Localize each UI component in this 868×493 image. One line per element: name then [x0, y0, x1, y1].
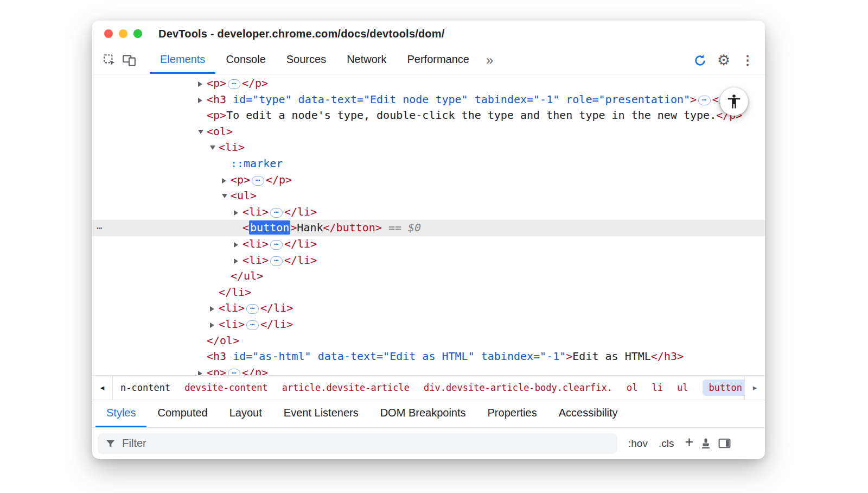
close-window-button[interactable] — [104, 29, 113, 38]
page-background: DevTools - developer.chrome.com/docs/dev… — [0, 0, 868, 493]
main-toolbar: ElementsConsoleSourcesNetworkPerformance… — [92, 47, 765, 74]
inline-expand-button[interactable]: ⋯ — [246, 320, 259, 330]
tab-console[interactable]: Console — [215, 47, 276, 74]
settings-gear-icon[interactable]: ⚙ — [714, 53, 733, 68]
dom-node-line[interactable]: <li>⋯</li> — [92, 204, 765, 220]
tab-accessibility[interactable]: Accessibility — [548, 400, 629, 427]
code-tag: <ul> — [231, 189, 257, 202]
sync-icon[interactable] — [690, 53, 710, 68]
breadcrumb-item-devsite-content[interactable]: devsite-content — [184, 382, 268, 393]
dom-node-line[interactable]: <li>⋯</li> — [92, 252, 765, 269]
dom-node-line[interactable]: <li>⋯</li> — [92, 317, 765, 333]
breadcrumb-scroll-right-icon[interactable]: ▸ — [744, 376, 765, 400]
code-attr: id="as-html" — [226, 350, 311, 363]
breadcrumb-item-ol[interactable]: ol — [627, 382, 637, 393]
styles-filter-row: :hov.cls+ — [92, 428, 765, 459]
dom-node-line[interactable]: <ol> — [92, 124, 765, 140]
dom-node-line[interactable]: </li> — [92, 285, 765, 301]
disclosure-arrow-icon[interactable] — [234, 204, 242, 220]
filter-funnel-icon — [105, 438, 116, 449]
code-tag: <li> — [242, 237, 269, 250]
toggle-sidebar-icon[interactable] — [715, 437, 733, 450]
breadcrumb-item-n-content[interactable]: n-content — [120, 382, 170, 393]
disclosure-arrow-icon[interactable] — [234, 252, 242, 269]
inline-expand-button[interactable]: ⋯ — [698, 96, 711, 105]
tab-elements[interactable]: Elements — [150, 47, 215, 74]
dom-node-line[interactable]: ⋯<button>Hank</button> == $0 — [92, 220, 765, 236]
dom-node-line[interactable]: <ul> — [92, 188, 765, 204]
dom-node-line[interactable]: <h3 id="type" data-text="Edit node type"… — [92, 92, 765, 108]
inspect-element-icon[interactable] — [100, 47, 119, 74]
dom-node-line[interactable]: ::marker — [92, 156, 765, 172]
traffic-lights — [92, 29, 142, 38]
paint-brush-icon[interactable] — [697, 437, 715, 450]
disclosure-arrow-icon[interactable] — [198, 92, 207, 108]
tab-performance[interactable]: Performance — [397, 47, 480, 74]
dom-node-line[interactable]: <li> — [92, 140, 765, 156]
breadcrumb-item-article-devsite-article[interactable]: article.devsite-article — [282, 382, 410, 393]
breadcrumb-item-ul[interactable]: ul — [677, 382, 688, 393]
dom-node-line[interactable]: <p>⋯</p> — [92, 75, 765, 92]
dom-node-line[interactable]: <li>⋯</li> — [92, 300, 765, 317]
tab-sources[interactable]: Sources — [276, 47, 336, 74]
device-toolbar-icon[interactable] — [119, 47, 139, 74]
filter-box[interactable] — [98, 433, 617, 454]
disclosure-arrow-icon[interactable] — [198, 124, 207, 140]
code-tag: </li> — [260, 301, 293, 314]
disclosure-arrow-icon[interactable] — [210, 300, 219, 317]
code-tag: </ol> — [207, 334, 239, 347]
panel-tab-strip: ElementsConsoleSourcesNetworkPerformance — [150, 47, 480, 74]
breadcrumb-item-div-devsite-article-body-clearfix[interactable]: div.devsite-article-body.clearfix. — [424, 382, 612, 393]
breadcrumb-item-button[interactable]: button — [703, 380, 744, 396]
dom-node-line[interactable]: <li>⋯</li> — [92, 236, 765, 252]
zoom-window-button[interactable] — [133, 29, 142, 38]
inline-expand-button[interactable]: ⋯ — [252, 176, 264, 186]
dom-node-line[interactable]: <p>To edit a node's type, double-click t… — [92, 108, 765, 124]
breadcrumb-item-li[interactable]: li — [652, 382, 663, 393]
disclosure-arrow-icon[interactable] — [198, 75, 207, 92]
styles-filter-input[interactable] — [121, 437, 610, 450]
inline-expand-button[interactable]: ⋯ — [270, 256, 283, 266]
minimize-window-button[interactable] — [119, 29, 127, 38]
code-dollar: $0 — [408, 221, 421, 234]
dom-node-line[interactable]: </ul> — [92, 268, 765, 285]
tab-dom-breakpoints[interactable]: DOM Breakpoints — [369, 400, 477, 427]
disclosure-arrow-icon[interactable] — [222, 172, 231, 188]
toggle-hov-button[interactable]: :hov — [625, 435, 651, 452]
inline-expand-button[interactable]: ⋯ — [246, 304, 259, 314]
elements-dom-tree[interactable]: <p>⋯</p><h3 id="type" data-text="Edit no… — [92, 74, 765, 375]
code-tag: <li> — [242, 254, 269, 267]
code-tag: <ol> — [207, 125, 233, 138]
dom-node-line[interactable]: <h3 id="as-html" data-text="Edit as HTML… — [92, 349, 765, 365]
tab-event-listeners[interactable]: Event Listeners — [273, 400, 369, 427]
toggle-cls-button[interactable]: .cls — [655, 435, 678, 452]
dom-node-line[interactable]: <p>⋯</p> — [92, 365, 765, 375]
inline-expand-button[interactable]: ⋯ — [270, 240, 283, 250]
disclosure-arrow-icon[interactable] — [234, 236, 242, 252]
code-tag: </li> — [284, 205, 317, 218]
code-tag: </li> — [219, 286, 251, 299]
dom-node-line[interactable]: </ol> — [92, 333, 765, 349]
disclosure-arrow-icon[interactable] — [210, 140, 219, 156]
dom-node-line[interactable]: <p>⋯</p> — [92, 172, 765, 188]
tab-properties[interactable]: Properties — [477, 400, 548, 427]
disclosure-arrow-icon[interactable] — [210, 317, 219, 333]
inline-expand-button[interactable]: ⋯ — [228, 79, 240, 89]
tab-styles[interactable]: Styles — [95, 400, 146, 427]
code-tag: > — [290, 221, 297, 234]
menu-kebab-icon[interactable]: ⋮ — [738, 54, 757, 67]
code-tag: <li> — [219, 301, 245, 314]
code-tag: </li> — [260, 318, 293, 331]
tab-layout[interactable]: Layout — [219, 400, 273, 427]
breadcrumb-scroll-left-icon[interactable]: ◂ — [92, 376, 113, 400]
inline-expand-button[interactable]: ⋯ — [228, 369, 240, 375]
disclosure-arrow-icon[interactable] — [222, 188, 231, 204]
tab-network[interactable]: Network — [336, 47, 397, 74]
tab-computed[interactable]: Computed — [146, 400, 218, 427]
inline-expand-button[interactable]: ⋯ — [270, 208, 283, 218]
new-style-rule-button[interactable]: + — [681, 435, 697, 452]
sidebar-tab-strip: StylesComputedLayoutEvent ListenersDOM B… — [92, 400, 765, 428]
disclosure-arrow-icon[interactable] — [198, 365, 207, 375]
accessibility-overlay-button[interactable] — [720, 87, 748, 116]
more-tabs-button[interactable]: » — [480, 47, 500, 74]
